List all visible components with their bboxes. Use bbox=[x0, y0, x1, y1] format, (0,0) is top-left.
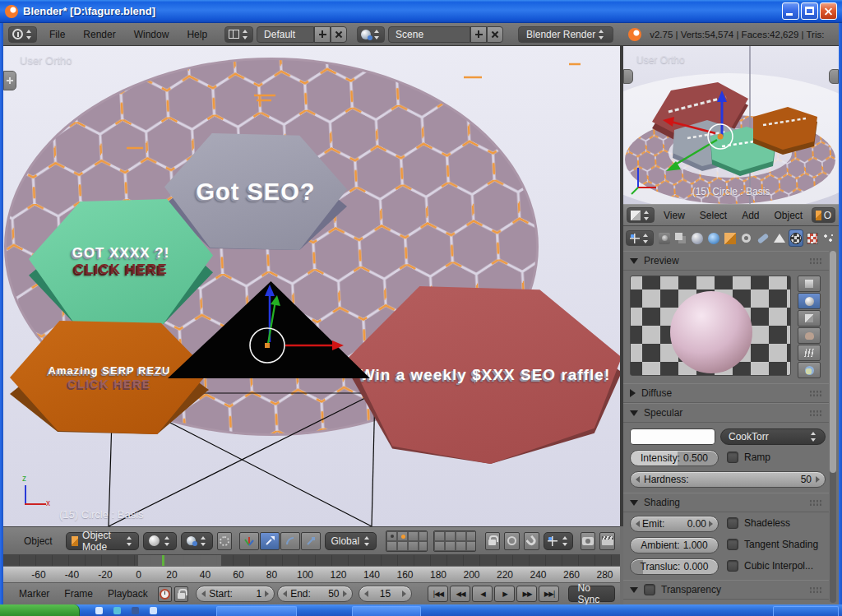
panel-header-shading[interactable]: Shading bbox=[623, 493, 829, 512]
layer-toggle[interactable] bbox=[408, 541, 419, 551]
snap-element-dropdown[interactable] bbox=[544, 532, 573, 550]
slider-right-arrow-icon[interactable] bbox=[402, 591, 406, 597]
system-tray[interactable] bbox=[773, 606, 839, 616]
mode-dropdown[interactable]: Object Mode bbox=[66, 532, 139, 550]
menu-file[interactable]: File bbox=[40, 29, 74, 40]
specular-color-swatch[interactable] bbox=[630, 428, 715, 445]
quicklaunch-icon[interactable] bbox=[132, 607, 139, 614]
start-button[interactable] bbox=[0, 604, 80, 616]
tab-material[interactable] bbox=[789, 229, 803, 247]
menu-frame[interactable]: Frame bbox=[57, 588, 100, 600]
menu-playback[interactable]: Playback bbox=[100, 588, 155, 600]
viewport-3d-secondary[interactable]: User Ortho (15) Circle : Basis bbox=[623, 46, 839, 204]
emit-slider[interactable]: Emit: 0.00 bbox=[630, 516, 719, 532]
snap-toggle[interactable] bbox=[524, 532, 539, 550]
transparency-checkbox[interactable] bbox=[644, 584, 655, 595]
object-red-hexagon[interactable]: Win a weekly $XXX SEO raffle! bbox=[349, 286, 620, 464]
slider-right-arrow-icon[interactable] bbox=[343, 591, 347, 597]
panel-header-preview[interactable]: Preview bbox=[623, 251, 829, 271]
panel-drag-dots[interactable] bbox=[809, 586, 822, 594]
slider-right-arrow-icon[interactable] bbox=[709, 521, 713, 527]
tab-modifiers[interactable] bbox=[756, 229, 770, 247]
slider-left-arrow-icon[interactable] bbox=[283, 591, 287, 597]
hardness-slider[interactable]: Hardness: 50 bbox=[630, 471, 826, 488]
window-titlebar[interactable]: Blender* [D:\fagure.blend] bbox=[0, 0, 842, 23]
rotate-manipulator-button[interactable] bbox=[280, 532, 300, 550]
tab-data[interactable] bbox=[772, 229, 787, 247]
preview-hair-button[interactable] bbox=[798, 345, 821, 361]
editor-type-selector[interactable] bbox=[8, 26, 37, 43]
specular-intensity-slider[interactable]: Intensity: 0.500 bbox=[630, 450, 719, 466]
prev-keyframe-button[interactable]: ◀◀ bbox=[450, 586, 470, 602]
viewport-3d-main[interactable]: Got SEO? GOT XXXX ?! CLICK HERE Amazing … bbox=[3, 46, 620, 526]
menu-render[interactable]: Render bbox=[74, 29, 124, 40]
scrollbar-thumb[interactable] bbox=[830, 251, 836, 473]
preview-monkey-button[interactable] bbox=[798, 327, 821, 344]
slider-right-arrow-icon[interactable] bbox=[265, 591, 269, 597]
close-button[interactable] bbox=[820, 2, 837, 20]
sync-mode-dropdown[interactable]: No Sync bbox=[568, 586, 615, 602]
tab-render[interactable] bbox=[657, 229, 672, 247]
current-frame-field[interactable]: 15 bbox=[359, 586, 413, 602]
layout-name-field[interactable]: Default bbox=[257, 26, 314, 43]
layer-toggle[interactable] bbox=[445, 531, 456, 541]
start-frame-field[interactable]: Start: 1 bbox=[196, 586, 275, 602]
maximize-button[interactable] bbox=[801, 2, 818, 20]
current-frame-playhead[interactable] bbox=[162, 555, 164, 566]
layer-toggle[interactable] bbox=[456, 531, 466, 541]
layer-toggle[interactable] bbox=[456, 541, 466, 551]
tab-scene[interactable] bbox=[690, 229, 705, 247]
translate-manipulator-button[interactable] bbox=[260, 532, 280, 550]
menu-help[interactable]: Help bbox=[178, 29, 216, 40]
panel-drag-dots[interactable] bbox=[809, 257, 822, 265]
layer-toggle[interactable] bbox=[386, 541, 397, 551]
jump-start-button[interactable]: |◀◀ bbox=[428, 586, 448, 602]
properties-scrollbar[interactable] bbox=[830, 251, 836, 603]
layer-toggle[interactable] bbox=[408, 531, 419, 541]
toolshelf-expand-button[interactable] bbox=[623, 69, 633, 84]
transform-orientation-dropdown[interactable]: Global bbox=[325, 532, 377, 550]
layer-toggle[interactable] bbox=[419, 541, 428, 551]
slider-left-arrow-icon[interactable] bbox=[636, 521, 640, 527]
tab-render-layers[interactable] bbox=[673, 229, 688, 247]
preview-sphere-button[interactable] bbox=[798, 293, 821, 309]
editor-type-button[interactable] bbox=[627, 207, 655, 223]
viewport-shading-dropdown[interactable] bbox=[143, 532, 177, 550]
pivot-point-dropdown[interactable] bbox=[181, 532, 213, 550]
menu-marker[interactable]: Marker bbox=[12, 588, 57, 600]
taskbar-button[interactable] bbox=[352, 606, 421, 616]
properties-editor-type-button[interactable] bbox=[626, 230, 654, 246]
layer-toggle[interactable] bbox=[445, 541, 456, 551]
panel-drag-dots[interactable] bbox=[809, 410, 822, 417]
object-green-hexagon[interactable]: GOT XXXX ?! CLICK HERE bbox=[29, 199, 213, 324]
delete-scene-button[interactable] bbox=[487, 26, 503, 43]
npanel-expand-button[interactable] bbox=[829, 69, 839, 84]
layer-toggle[interactable] bbox=[386, 531, 397, 541]
proportional-edit-toggle[interactable] bbox=[504, 532, 520, 550]
add-scene-button[interactable] bbox=[470, 26, 487, 43]
translucency-slider[interactable]: Transluc: 0.000 bbox=[630, 558, 719, 575]
frame-lock-toggle[interactable] bbox=[174, 586, 188, 602]
manipulator-axes-toggle[interactable] bbox=[239, 532, 259, 550]
shadeless-checkbox[interactable] bbox=[727, 517, 738, 529]
panel-header-transparency[interactable]: Transparency bbox=[623, 580, 829, 600]
layer-toggle[interactable] bbox=[419, 531, 428, 541]
tangent-shading-checkbox[interactable] bbox=[727, 539, 738, 550]
preview-world-sphere-button[interactable] bbox=[798, 362, 821, 378]
minimize-button[interactable] bbox=[782, 2, 799, 20]
quicklaunch-icon[interactable] bbox=[95, 607, 103, 614]
layer-toggle[interactable] bbox=[434, 531, 445, 541]
render-opengl-button[interactable] bbox=[581, 532, 596, 550]
layer-toggle[interactable] bbox=[434, 541, 445, 551]
preview-flat-button[interactable] bbox=[798, 276, 821, 292]
end-frame-field[interactable]: End: 50 bbox=[277, 586, 352, 602]
play-reverse-button[interactable]: ◀ bbox=[472, 586, 493, 602]
mode-selector-clipped[interactable]: O bbox=[812, 207, 835, 223]
manipulate-center-points-toggle[interactable] bbox=[217, 532, 233, 550]
panel-header-diffuse[interactable]: Diffuse bbox=[623, 383, 829, 403]
taskbar-button[interactable] bbox=[216, 606, 297, 616]
jump-end-button[interactable]: ▶▶| bbox=[539, 586, 559, 602]
layer-toggle[interactable] bbox=[397, 541, 408, 551]
ramp-checkbox[interactable] bbox=[727, 452, 738, 463]
scene-icon-button[interactable] bbox=[357, 26, 385, 43]
